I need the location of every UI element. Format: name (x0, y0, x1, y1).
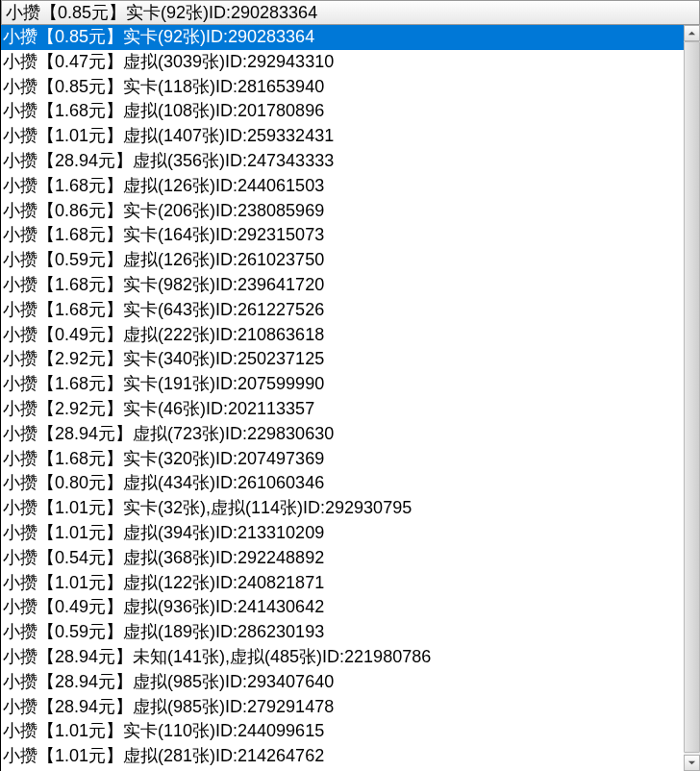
dropdown-option[interactable]: 小攒【0.59元】虚拟(189张)ID:286230193 (1, 620, 684, 645)
combobox-input[interactable] (1, 0, 700, 25)
dropdown-option[interactable]: 小攒【1.01元】虚拟(1407张)ID:259332431 (1, 124, 684, 149)
dropdown-option[interactable]: 小攒【28.94元】虚拟(356张)ID:247343333 (1, 149, 684, 174)
dropdown-option[interactable]: 小攒【1.68元】实卡(643张)ID:261227526 (1, 298, 684, 323)
dropdown-option[interactable]: 小攒【28.94元】虚拟(985张)ID:293407640 (1, 670, 684, 695)
dropdown-option[interactable]: 小攒【0.49元】虚拟(936张)ID:241430642 (1, 595, 684, 620)
dropdown-option[interactable]: 小攒【1.01元】实卡(110张)ID:244099615 (1, 719, 684, 744)
dropdown-option[interactable]: 小攒【1.01元】虚拟(122张)ID:240821871 (1, 571, 684, 596)
scroll-down-button[interactable] (684, 755, 700, 771)
scrollbar (684, 25, 700, 771)
dropdown-option[interactable]: 小攒【0.80元】虚拟(434张)ID:261060346 (1, 471, 684, 496)
dropdown-option[interactable]: 小攒【0.86元】实卡(206张)ID:238085969 (1, 199, 684, 224)
dropdown-option[interactable]: 小攒【2.92元】实卡(340张)ID:250237125 (1, 347, 684, 372)
dropdown-option[interactable]: 小攒【0.85元】实卡(92张)ID:290283364 (1, 25, 684, 50)
dropdown-option[interactable]: 小攒【28.94元】未知(141张),虚拟(485张)ID:221980786 (1, 645, 684, 670)
dropdown-option[interactable]: 小攒【1.68元】实卡(320张)ID:207497369 (1, 447, 684, 472)
dropdown-option[interactable]: 小攒【1.68元】虚拟(108张)ID:201780896 (1, 99, 684, 124)
chevron-down-icon (688, 759, 696, 767)
dropdown-option[interactable]: 小攒【28.94元】虚拟(723张)ID:229830630 (1, 422, 684, 447)
dropdown-option[interactable]: 小攒【1.68元】实卡(191张)ID:207599990 (1, 372, 684, 397)
dropdown-option[interactable]: 小攒【0.47元】虚拟(3039张)ID:292943310 (1, 50, 684, 75)
dropdown-option[interactable]: 小攒【28.94元】虚拟(985张)ID:279291478 (1, 695, 684, 720)
scroll-track[interactable] (684, 41, 700, 755)
dropdown-option[interactable]: 小攒【0.54元】虚拟(368张)ID:292248892 (1, 546, 684, 571)
combobox-container: 小攒【0.85元】实卡(92张)ID:290283364小攒【0.47元】虚拟(… (0, 0, 700, 771)
dropdown-option[interactable]: 小攒【0.85元】实卡(118张)ID:281653940 (1, 75, 684, 100)
dropdown-option[interactable]: 小攒【1.68元】实卡(982张)ID:239641720 (1, 273, 684, 298)
dropdown-option[interactable]: 小攒【1.68元】虚拟(126张)ID:244061503 (1, 174, 684, 199)
dropdown-option[interactable]: 小攒【0.59元】虚拟(126张)ID:261023750 (1, 248, 684, 273)
chevron-up-icon (688, 29, 696, 37)
dropdown-option[interactable]: 小攒【0.49元】虚拟(222张)ID:210863618 (1, 323, 684, 348)
dropdown-option[interactable]: 小攒【2.92元】实卡(46张)ID:202113357 (1, 397, 684, 422)
options-list: 小攒【0.85元】实卡(92张)ID:290283364小攒【0.47元】虚拟(… (1, 25, 684, 771)
scroll-thumb[interactable] (684, 41, 700, 753)
scroll-up-button[interactable] (684, 25, 700, 41)
dropdown-option[interactable]: 小攒【1.68元】实卡(164张)ID:292315073 (1, 223, 684, 248)
dropdown-option[interactable]: 小攒【1.01元】虚拟(281张)ID:214264762 (1, 744, 684, 769)
dropdown-option[interactable]: 小攒【1.01元】虚拟(394张)ID:213310209 (1, 521, 684, 546)
dropdown-option[interactable]: 小攒【1.01元】实卡(32张),虚拟(114张)ID:292930795 (1, 496, 684, 521)
dropdown-panel: 小攒【0.85元】实卡(92张)ID:290283364小攒【0.47元】虚拟(… (1, 25, 700, 771)
